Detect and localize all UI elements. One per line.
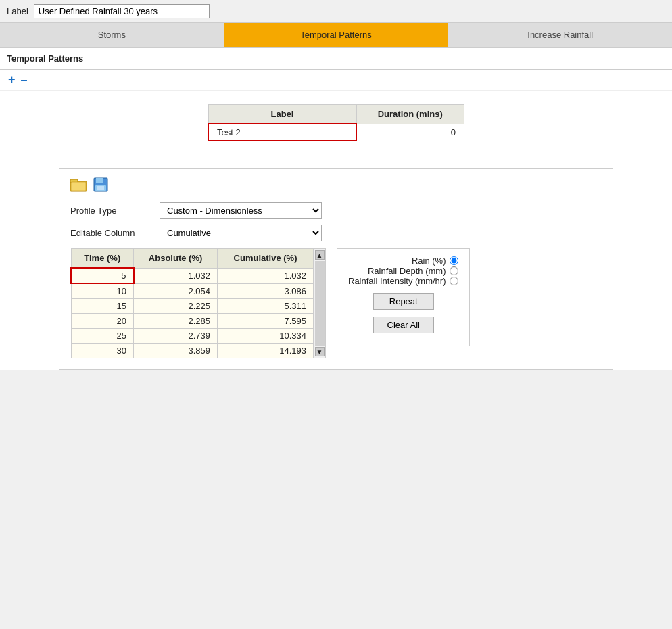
main-content: Temporal Patterns + – Label Duration (mi… bbox=[0, 48, 672, 370]
cell-cum-2[interactable]: 5.311 bbox=[218, 299, 314, 314]
open-folder-icon[interactable] bbox=[70, 177, 88, 194]
cell-time-1[interactable]: 10 bbox=[71, 283, 134, 299]
radio-rainfall-depth: Rainfall Depth (mm) bbox=[348, 266, 458, 276]
scrollbar[interactable]: ▲ ▼ bbox=[314, 248, 326, 358]
cell-abs-2[interactable]: 2.225 bbox=[134, 299, 218, 314]
radio-rainfall-intensity-input[interactable] bbox=[450, 277, 458, 285]
table-row: 30 3.859 14.193 bbox=[71, 344, 314, 358]
app-container: Label Storms Temporal Patterns Increase … bbox=[0, 0, 672, 629]
table-row: 15 2.225 5.311 bbox=[71, 299, 314, 314]
profile-type-select[interactable]: Custom - Dimensionless Standard User Def… bbox=[160, 202, 322, 219]
radio-rain-pct-input[interactable] bbox=[450, 256, 458, 265]
cell-cum-1[interactable]: 3.086 bbox=[218, 283, 314, 299]
detail-toolbar bbox=[70, 177, 602, 194]
editable-column-label: Editable Column bbox=[70, 228, 151, 238]
cell-time-4[interactable]: 25 bbox=[71, 329, 134, 344]
svg-rect-6 bbox=[97, 186, 104, 190]
label-field-label: Label bbox=[7, 6, 28, 16]
data-table: Time (%) Absolute (%) Cumulative (%) 5 1… bbox=[70, 248, 314, 358]
detail-panel: Profile Type Custom - Dimensionless Stan… bbox=[59, 168, 613, 370]
cell-abs-4[interactable]: 2.739 bbox=[134, 329, 218, 344]
remove-button[interactable]: – bbox=[20, 74, 29, 86]
col-absolute: Absolute (%) bbox=[134, 249, 218, 269]
profile-type-row: Profile Type Custom - Dimensionless Stan… bbox=[70, 202, 602, 219]
table-row: 10 2.054 3.086 bbox=[71, 283, 314, 299]
section-header: Temporal Patterns bbox=[0, 48, 672, 70]
cell-cum-3[interactable]: 7.595 bbox=[218, 314, 314, 329]
table-row: 5 1.032 1.032 bbox=[71, 268, 314, 283]
tab-storms[interactable]: Storms bbox=[0, 23, 224, 47]
cell-cum-0[interactable]: 1.032 bbox=[218, 268, 314, 283]
radio-rainfall-intensity: Rainfall Intensity (mm/hr) bbox=[348, 276, 458, 286]
repeat-button[interactable]: Repeat bbox=[373, 293, 434, 310]
pattern-label-cell[interactable]: Test 2 bbox=[208, 124, 356, 141]
pattern-table: Label Duration (mins) Test 2 0 bbox=[208, 104, 464, 141]
radio-rain-pct-label: Rain (%) bbox=[412, 256, 446, 266]
col-cumulative: Cumulative (%) bbox=[218, 249, 314, 269]
cell-abs-3[interactable]: 2.285 bbox=[134, 314, 218, 329]
radio-rainfall-intensity-label: Rainfall Intensity (mm/hr) bbox=[348, 276, 446, 286]
radio-rain-pct: Rain (%) bbox=[348, 256, 458, 266]
table-row: Test 2 0 bbox=[208, 124, 464, 141]
pattern-table-area: Label Duration (mins) Test 2 0 bbox=[0, 91, 672, 148]
data-section: Time (%) Absolute (%) Cumulative (%) 5 1… bbox=[70, 248, 602, 358]
label-row: Label bbox=[0, 0, 672, 23]
scroll-down-button[interactable]: ▼ bbox=[315, 347, 325, 356]
add-button[interactable]: + bbox=[7, 74, 17, 86]
cell-abs-1[interactable]: 2.054 bbox=[134, 283, 218, 299]
tab-bar: Storms Temporal Patterns Increase Rainfa… bbox=[0, 23, 672, 48]
clear-all-button[interactable]: Clear All bbox=[373, 317, 434, 333]
svg-rect-4 bbox=[96, 178, 103, 183]
radio-buttons-panel: Rain (%) Rainfall Depth (mm) Rainfall In… bbox=[337, 248, 470, 346]
col-header-label: Label bbox=[208, 105, 356, 124]
svg-rect-2 bbox=[71, 182, 86, 191]
cell-abs-0[interactable]: 1.032 bbox=[134, 268, 218, 283]
tab-temporal-patterns[interactable]: Temporal Patterns bbox=[224, 23, 449, 47]
right-panel: Rain (%) Rainfall Depth (mm) Rainfall In… bbox=[337, 248, 470, 358]
data-table-wrap: Time (%) Absolute (%) Cumulative (%) 5 1… bbox=[70, 248, 326, 358]
cell-cum-5[interactable]: 14.193 bbox=[218, 344, 314, 358]
cell-time-2[interactable]: 15 bbox=[71, 299, 134, 314]
table-row: 25 2.739 10.334 bbox=[71, 329, 314, 344]
editable-column-select[interactable]: Cumulative Absolute bbox=[160, 225, 322, 241]
cell-cum-4[interactable]: 10.334 bbox=[218, 329, 314, 344]
pattern-duration-cell[interactable]: 0 bbox=[356, 124, 464, 141]
cell-time-0[interactable]: 5 bbox=[71, 268, 134, 283]
radio-rainfall-depth-input[interactable] bbox=[450, 266, 458, 275]
cell-abs-5[interactable]: 3.859 bbox=[134, 344, 218, 358]
col-time: Time (%) bbox=[71, 249, 134, 269]
label-input[interactable] bbox=[34, 4, 210, 18]
scroll-up-button[interactable]: ▲ bbox=[315, 250, 325, 260]
cell-time-3[interactable]: 20 bbox=[71, 314, 134, 329]
cell-time-5[interactable]: 30 bbox=[71, 344, 134, 358]
profile-type-label: Profile Type bbox=[70, 206, 151, 216]
radio-rainfall-depth-label: Rainfall Depth (mm) bbox=[368, 266, 446, 276]
col-header-duration: Duration (mins) bbox=[356, 105, 464, 124]
editable-column-row: Editable Column Cumulative Absolute bbox=[70, 225, 602, 241]
toolbar: + – bbox=[0, 70, 672, 91]
tab-increase-rainfall[interactable]: Increase Rainfall bbox=[448, 23, 672, 47]
table-row: 20 2.285 7.595 bbox=[71, 314, 314, 329]
save-icon[interactable] bbox=[93, 177, 108, 194]
